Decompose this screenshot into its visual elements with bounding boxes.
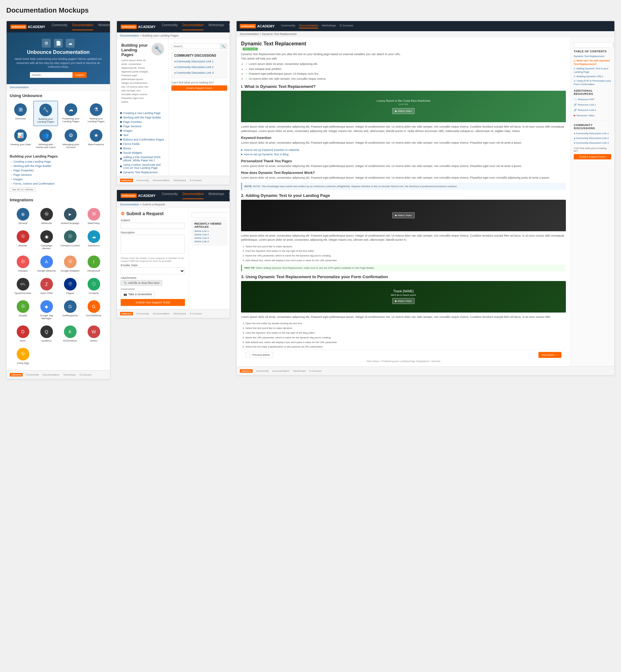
right-documentation[interactable]: Documentation — [299, 24, 318, 28]
next-article-btn[interactable]: Next Article → — [538, 352, 562, 358]
int-speaktoleads[interactable]: STLSpeakToLeads — [11, 276, 34, 297]
int-hubspot[interactable]: ⒽHubspot — [11, 253, 34, 275]
mid1-nav-js[interactable]: Using Custom JavaScript and CSS on Your … — [120, 163, 165, 170]
mid1-nav-dtr[interactable]: Dynamic Text Replacement — [120, 170, 165, 174]
resource-link1[interactable]: Resource Link 1 — [578, 103, 596, 107]
breadcrumb-doc-link[interactable]: Documentation — [10, 86, 29, 89]
int-aweber[interactable]: ⒶAWeber — [11, 228, 34, 252]
mid1-nav-forms[interactable]: Forms Fields — [120, 142, 165, 146]
keyword-link2[interactable]: How to set up Dynamic Text in Bing — [241, 152, 566, 157]
mid1-nav-sections[interactable]: Page Sections — [120, 124, 165, 129]
mid1-workshops[interactable]: Workshops — [208, 23, 224, 30]
mid1-nav-file[interactable]: Adding a File Download (PDF, eBook, Whit… — [120, 155, 165, 163]
int-kissmetrics[interactable]: KKISSmetrics — [58, 323, 82, 345]
mid1-search-btn[interactable]: 🔍 — [220, 44, 227, 49]
int-gotowebinar[interactable]: GGoToWebinar — [82, 298, 105, 322]
mid2-footer-doc[interactable]: Documentation — [153, 312, 170, 315]
toc-link-2[interactable]: 2. Adding Dynamic Text to your Landing P… — [574, 67, 611, 74]
submit-button[interactable]: Submit Your Support Ticket — [121, 299, 185, 306]
description-textarea[interactable] — [121, 235, 185, 254]
mid2-workshops[interactable]: Workshops — [208, 192, 224, 199]
toc-link-4[interactable]: 4. Using DTR to Personalize your Form Co… — [574, 79, 611, 87]
resort-watch-btn[interactable]: ▶ Watch Video — [392, 108, 415, 114]
rv-link-3[interactable]: Article Link 3 — [194, 236, 224, 240]
int-zoho[interactable]: ZZoho CRM — [35, 276, 58, 297]
icon-testing[interactable]: ⚗ Testing your Landing Pages — [84, 101, 109, 126]
resource-pdf[interactable]: Resource PDF — [578, 97, 594, 101]
int-icontacts[interactable]: ⓘIcontacts — [82, 276, 105, 297]
article-link-3[interactable]: Page Properties — [10, 168, 107, 173]
rv-link-2[interactable]: Article Link 2 — [194, 233, 224, 236]
sidebar-search-input[interactable] — [574, 43, 613, 48]
see-all-button[interactable]: See All 11+ Articles — [10, 187, 36, 192]
mid1-nav-buttons[interactable]: Buttons and Confirmation Pages — [120, 137, 165, 142]
resource-link2[interactable]: Resource Link 2 — [578, 108, 596, 112]
footer-ecourses[interactable]: E-Courses — [80, 373, 92, 376]
sidebar-support-btn[interactable]: Email a Support Coach — [574, 154, 611, 159]
int-getresponse[interactable]: GGetResponse — [58, 298, 82, 322]
mid2-documentation[interactable]: Documentation — [182, 192, 204, 199]
mid1-community[interactable]: Community — [162, 23, 178, 30]
sidebar-community-link2[interactable]: Community Discussion Link 2 — [576, 136, 609, 140]
mid1-nav-images[interactable]: Images — [120, 129, 165, 133]
icon-data[interactable]: 📊 Viewing your Data — [8, 127, 33, 151]
int-infusionsoft[interactable]: IInfusionsoft — [82, 253, 105, 275]
form-watch-btn[interactable]: ▶ Watch Video — [392, 298, 415, 304]
email-select[interactable] — [121, 267, 185, 275]
mid1-nav-working[interactable]: Working with the Page Builder — [120, 115, 165, 120]
attach-button[interactable]: 📎 Add file or drop files here — [121, 280, 162, 286]
article-link-6[interactable]: Forms, Actions and Confirmation — [10, 181, 107, 186]
icon-beta[interactable]: ★ Beta Features — [84, 127, 109, 151]
subject-input[interactable] — [121, 223, 185, 229]
int-gtm[interactable]: ◆Google Tag Manager — [35, 298, 58, 322]
footer-community[interactable]: Community — [26, 373, 38, 376]
mid2-footer-workshops[interactable]: Workshops — [174, 312, 186, 315]
int-mailchimp[interactable]: ⓂMailChimp — [82, 205, 105, 227]
int-adwords[interactable]: AGoogle Adwords — [35, 253, 58, 275]
mid1-support-btn[interactable]: Email a Support Coach — [171, 85, 227, 91]
int-general[interactable]: ⊕General — [11, 205, 34, 227]
int-salesforce[interactable]: ☁Salesforce — [82, 228, 105, 252]
right-community[interactable]: Community — [281, 24, 295, 28]
right-footer-community[interactable]: Community — [256, 370, 268, 372]
left-nav-community[interactable]: Community — [52, 23, 68, 30]
mid1-documentation[interactable]: Documentation — [182, 23, 204, 30]
mid1-footer-workshops[interactable]: Workshops — [174, 179, 186, 182]
mid1-community-link2[interactable]: Community Discussion Link 2 — [176, 65, 214, 69]
toc-link-3[interactable]: 3. Building Dynamic URLs — [574, 74, 611, 79]
footer-workshops[interactable]: Workshops — [63, 373, 76, 376]
toc-link-1[interactable]: 1. What can I do with Dynamic Text Repla… — [574, 58, 611, 67]
right-footer-workshops[interactable]: Workshops — [293, 370, 306, 372]
breadcrumb-doc[interactable]: Documentation — [120, 34, 139, 37]
rv-link-4[interactable]: Article Link 4 — [194, 240, 224, 243]
right-footer-ecourses[interactable]: E-Courses — [310, 370, 322, 372]
mid1-nav-text[interactable]: Text — [120, 133, 165, 137]
mid1-nav-social[interactable]: Social Widgets — [120, 151, 165, 155]
right-breadcrumb-doc[interactable]: Documentation — [240, 33, 259, 36]
sidebar-search-btn[interactable]: 🔍 — [613, 43, 615, 48]
right-ecourses[interactable]: E-Courses — [340, 24, 354, 28]
mid2-footer-ecourses[interactable]: E-Courses — [190, 312, 202, 315]
icon-clients[interactable]: 👥 Working with Clients and Users — [33, 127, 58, 151]
article-link-4[interactable]: Page Sections — [10, 173, 107, 177]
keyword-link1[interactable]: How to set up Keyword Insertion in Adwor… — [241, 148, 566, 152]
right-workshops[interactable]: Workshops — [322, 24, 336, 28]
article-link-5[interactable]: Images — [10, 177, 107, 181]
hero-search-input[interactable] — [30, 72, 73, 78]
int-webhook[interactable]: ⓌWebhook — [35, 205, 58, 227]
left-nav-workshops[interactable]: Workshops — [98, 23, 110, 30]
int-constantcontact[interactable]: ⒸConstant Contact — [58, 228, 82, 252]
sidebar-community-link1[interactable]: Community Discussion Link 1 — [576, 131, 609, 135]
int-shopify[interactable]: ⓈShopify — [11, 298, 34, 322]
article-link-2[interactable]: Working with the Page Builder — [10, 164, 107, 168]
prev-article-btn[interactable]: ← Previous Article — [245, 352, 273, 358]
mid2-ecourses[interactable]: E-Courses — [229, 192, 230, 199]
icon-account[interactable]: ⚙ Managing your Account — [58, 127, 83, 151]
article-link-1[interactable]: Creating a new Landing Page — [10, 159, 107, 164]
icon-publishing[interactable]: ☁ Publishing your Landing Pages — [58, 101, 83, 126]
int-wufoo[interactable]: WWufoo — [82, 323, 105, 345]
icon-overview[interactable]: ⊞ Overview — [8, 101, 33, 126]
mid1-nav-priorities[interactable]: Page Priorities — [120, 120, 165, 124]
mid1-footer-community[interactable]: Community — [136, 179, 149, 182]
mid1-community-link1[interactable]: Community Discussion Link 1 — [176, 59, 214, 64]
